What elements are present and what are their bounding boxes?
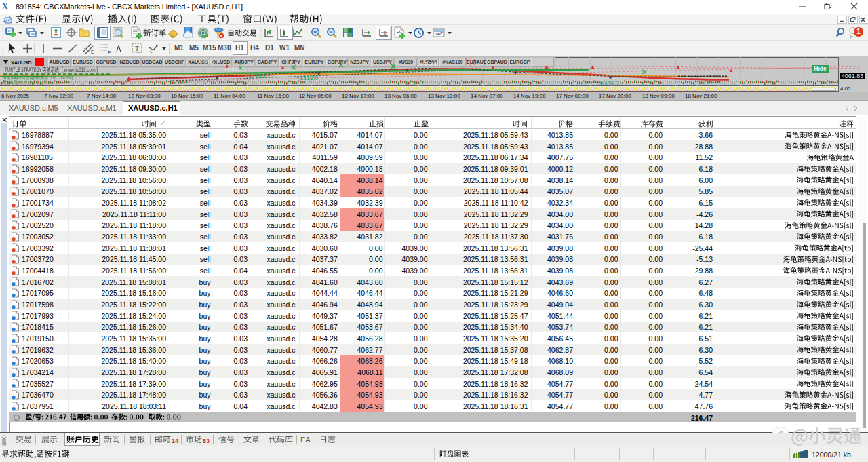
svg-text:T: T bbox=[135, 45, 139, 52]
svg-text:E: E bbox=[91, 50, 94, 54]
svg-text:F: F bbox=[108, 50, 111, 55]
svg-text:1: 1 bbox=[856, 28, 861, 35]
